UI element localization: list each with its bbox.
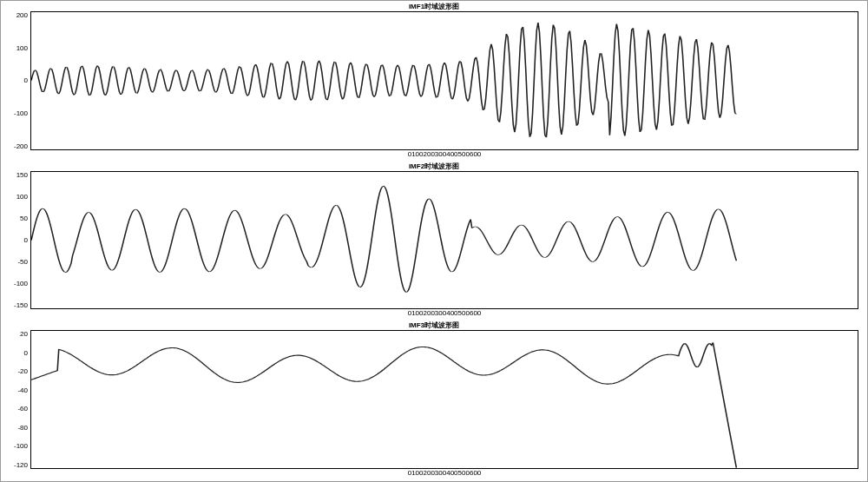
chart2-title: IMF2时域波形图 bbox=[409, 162, 459, 171]
chart-imf1: IMF1时域波形图 200 100 0 -100 -200 0 100 200 … bbox=[4, 3, 864, 161]
chart1-xaxis: 0 100 200 300 400 500 600 bbox=[408, 150, 482, 161]
chart1-yaxis: 200 100 0 -100 -200 bbox=[4, 11, 30, 150]
chart-imf2: IMF2时域波形图 150 100 50 0 -50 -100 -150 0 1… bbox=[4, 162, 864, 320]
chart2-axes bbox=[30, 171, 858, 310]
chart2-yaxis: 150 100 50 0 -50 -100 -150 bbox=[4, 171, 30, 310]
chart1-title: IMF1时域波形图 bbox=[409, 3, 459, 11]
chart-imf3: IMF3时域波形图 20 0 -20 -40 -60 -80 -100 -120… bbox=[4, 321, 864, 479]
chart3-title: IMF3时域波形图 bbox=[409, 321, 459, 330]
chart3-axes bbox=[30, 330, 858, 469]
chart1-axes bbox=[30, 11, 858, 150]
chart3-yaxis: 20 0 -20 -40 -60 -80 -100 -120 bbox=[4, 330, 30, 469]
chart3-xaxis: 0 100 200 300 400 500 600 bbox=[408, 469, 482, 479]
figure-window: IMF1时域波形图 200 100 0 -100 -200 0 100 200 … bbox=[0, 0, 868, 482]
chart2-xaxis: 0 100 200 300 400 500 600 bbox=[408, 309, 482, 320]
